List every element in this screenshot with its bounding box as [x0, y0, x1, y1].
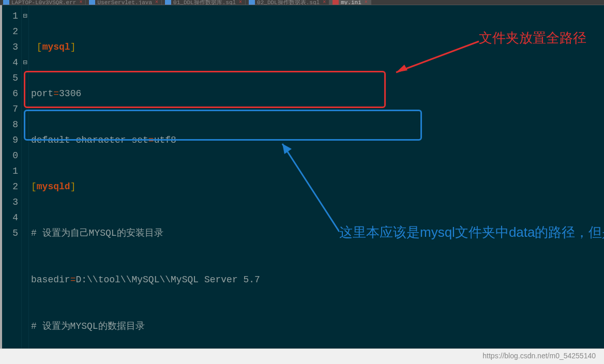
- code-line: port=3306: [31, 86, 602, 101]
- code-content[interactable]: [mysql] port=3306 default-character-set=…: [29, 5, 604, 348]
- code-line: default-character-set=utf8: [31, 132, 602, 148]
- tab-label: 01_DDL操作数据库.sql: [173, 0, 236, 5]
- tab-label: UserServlet.java: [97, 0, 152, 5]
- code-line: [mysqld]: [31, 179, 602, 194]
- tab-err[interactable]: LAPTOP-L0v3VSQR.err×: [0, 0, 86, 5]
- left-edge: [0, 5, 2, 348]
- close-icon[interactable]: ×: [365, 0, 368, 5]
- close-icon[interactable]: ×: [239, 0, 242, 5]
- tab-sql2[interactable]: 02_DDL操作数据表.sql×: [246, 0, 329, 5]
- tab-label: my.ini: [341, 0, 361, 5]
- editor-area: 1 2 3 4 5 6 7 8 9 0 1 2 3 4 5 ⊟ ⊟ [mysql…: [0, 5, 604, 348]
- tab-bar: LAPTOP-L0v3VSQR.err× UserServlet.java× 0…: [0, 0, 604, 5]
- tab-label: LAPTOP-L0v3VSQR.err: [11, 0, 76, 5]
- code-line: # 设置为MYSQL的数据目录: [31, 318, 602, 334]
- fold-icon[interactable]: ⊟: [22, 8, 28, 24]
- code-line: basedir=D:\\tool\\MySQL\\MySQL Server 5.…: [31, 272, 602, 287]
- annotation-blue-text: 这里本应该是mysql文件夹中data的路径，但是由于没有在控制台操作。所以目前…: [339, 222, 577, 242]
- tab-label: 02_DDL操作数据表.sql: [257, 0, 320, 5]
- annotation-red-text: 文件夹放置全路径: [479, 30, 586, 46]
- tab-ini[interactable]: my.ini×: [329, 0, 371, 5]
- line-numbers: 1 2 3 4 5 6 7 8 9 0 1 2 3 4 5: [0, 5, 22, 348]
- watermark-text: https://blog.csdn.net/m0_54255140: [482, 352, 596, 360]
- fold-column: ⊟ ⊟: [22, 5, 29, 348]
- svg-marker-1: [396, 65, 407, 72]
- close-icon[interactable]: ×: [155, 0, 158, 5]
- fold-icon[interactable]: ⊟: [22, 55, 28, 70]
- close-icon[interactable]: ×: [79, 0, 82, 5]
- tab-sql1[interactable]: 01_DDL操作数据库.sql×: [162, 0, 246, 5]
- close-icon[interactable]: ×: [323, 0, 326, 5]
- tab-java[interactable]: UserServlet.java×: [86, 0, 162, 5]
